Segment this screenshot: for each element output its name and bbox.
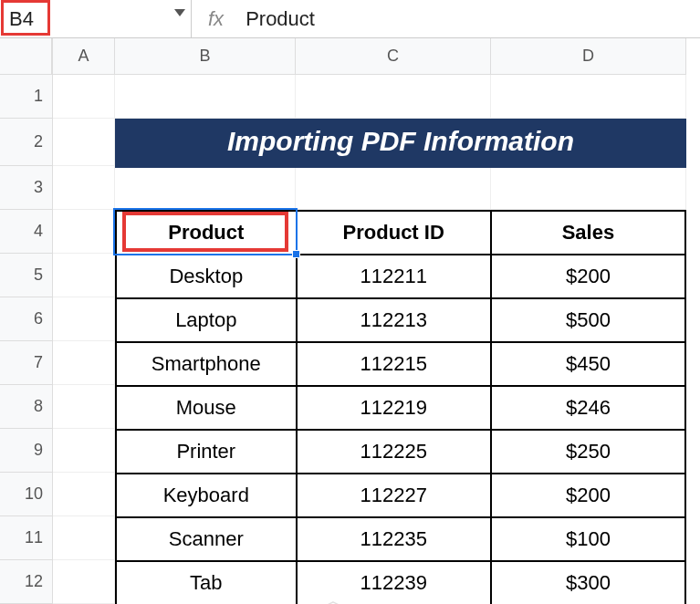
cell-id[interactable]: 112239 <box>297 561 491 604</box>
cell-product[interactable]: Keyboard <box>116 474 297 517</box>
table-row: Desktop112211$200 <box>116 255 685 298</box>
table-header-row: Product Product ID Sales <box>116 211 685 255</box>
cell-sales[interactable]: $100 <box>491 517 685 561</box>
header-sales[interactable]: Sales <box>491 211 685 255</box>
sheet-title[interactable]: Importing PDF Information <box>115 119 686 166</box>
row-header-2[interactable]: 2 <box>0 119 52 166</box>
title-underline <box>115 165 686 168</box>
header-product[interactable]: Product <box>116 211 297 255</box>
cell-sales[interactable]: $200 <box>491 474 685 517</box>
formula-area[interactable]: fx Product <box>192 7 315 31</box>
cell-sales[interactable]: $300 <box>491 561 685 604</box>
table-row: Laptop112213$500 <box>116 298 685 342</box>
cell-product[interactable]: Laptop <box>116 298 297 342</box>
table-row: Printer112225$250 <box>116 430 685 474</box>
table-row: Keyboard112227$200 <box>116 474 685 517</box>
row-header-1[interactable]: 1 <box>0 75 52 119</box>
cell-product[interactable]: Desktop <box>116 255 297 298</box>
row-header-3[interactable]: 3 <box>0 166 52 210</box>
row-header-8[interactable]: 8 <box>0 385 52 429</box>
row-header-10[interactable]: 10 <box>0 473 52 516</box>
table-row: Scanner112235$100 <box>116 517 685 561</box>
name-box-container[interactable]: B4 <box>0 0 192 38</box>
row-header-11[interactable]: 11 <box>0 516 52 560</box>
table-row: Tab112239$300 <box>116 561 685 604</box>
cell-product[interactable]: Printer <box>116 430 297 474</box>
cell-sales[interactable]: $500 <box>491 298 685 342</box>
fx-icon: fx <box>208 7 224 31</box>
namebox-red-highlight <box>1 0 50 36</box>
cells[interactable]: Importing PDF Information Product Produc… <box>53 75 700 604</box>
table-row: Smartphone112215$450 <box>116 342 685 386</box>
cell-sales[interactable]: $250 <box>491 430 685 474</box>
cell-sales[interactable]: $450 <box>491 342 685 386</box>
select-all-corner[interactable] <box>0 38 52 75</box>
header-product-id[interactable]: Product ID <box>297 211 491 255</box>
cell-id[interactable]: 112225 <box>297 430 491 474</box>
cell-id[interactable]: 112215 <box>297 342 491 386</box>
cell-product[interactable]: Tab <box>116 561 297 604</box>
row-header-7[interactable]: 7 <box>0 341 52 385</box>
col-header-b[interactable]: B <box>115 38 296 75</box>
col-header-a[interactable]: A <box>53 38 115 75</box>
col-header-c[interactable]: C <box>296 38 491 75</box>
cell-sales[interactable]: $200 <box>491 255 685 298</box>
cell-product[interactable]: Mouse <box>116 386 297 430</box>
cell-sales[interactable]: $246 <box>491 386 685 430</box>
row-header-5[interactable]: 5 <box>0 254 52 297</box>
col-header-d[interactable]: D <box>491 38 686 75</box>
spreadsheet-grid: 1 2 3 4 5 6 7 8 9 10 11 12 A B C D <box>0 38 700 604</box>
cell-id[interactable]: 112213 <box>297 298 491 342</box>
formula-bar: B4 fx Product <box>0 0 700 38</box>
data-table: Product Product ID Sales Desktop112211$2… <box>115 210 686 604</box>
cell-id[interactable]: 112235 <box>297 517 491 561</box>
row-header-12[interactable]: 12 <box>0 560 52 604</box>
cells-area[interactable]: A B C D Importing PDF Information <box>53 38 700 604</box>
cell-id[interactable]: 112219 <box>297 386 491 430</box>
cell-product[interactable]: Smartphone <box>116 342 297 386</box>
table-row: Mouse112219$246 <box>116 386 685 430</box>
row-header-6[interactable]: 6 <box>0 297 52 341</box>
cell-id[interactable]: 112227 <box>297 474 491 517</box>
cell-id[interactable]: 112211 <box>297 255 491 298</box>
formula-input[interactable]: Product <box>246 7 315 31</box>
row-headers: 1 2 3 4 5 6 7 8 9 10 11 12 <box>0 38 53 604</box>
row-header-9[interactable]: 9 <box>0 429 52 473</box>
column-headers: A B C D <box>53 38 700 75</box>
name-box-dropdown-icon[interactable] <box>174 9 185 16</box>
row-header-4[interactable]: 4 <box>0 210 52 254</box>
cell-product[interactable]: Scanner <box>116 517 297 561</box>
